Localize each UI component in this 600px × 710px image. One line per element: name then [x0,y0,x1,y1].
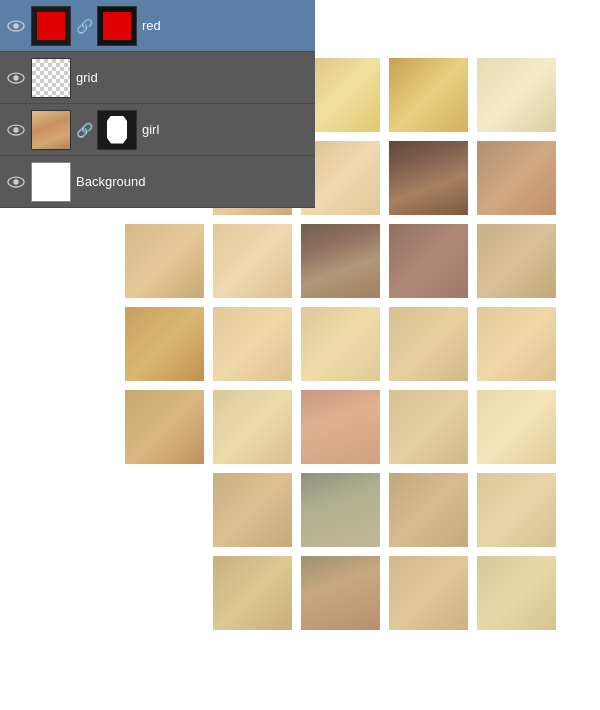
mosaic-cell [122,304,207,384]
link-icon-girl: 🔗 [76,122,92,138]
girl-photo-bg [32,111,70,149]
layers-panel: 🔗 red grid 🔗 girl [0,0,315,208]
mosaic-cell [474,221,559,301]
visibility-icon-girl[interactable] [6,120,26,140]
mosaic-cell [122,221,207,301]
mosaic-cell [386,138,471,218]
svg-point-5 [13,127,18,132]
layer-thumb-girl-photo [31,110,71,150]
mosaic-cell [298,387,383,467]
mosaic-cell [386,387,471,467]
red-mask-color [103,12,131,40]
mosaic-cell [298,221,383,301]
layer-row-girl[interactable]: 🔗 girl [0,104,315,156]
mosaic-cell [298,553,383,633]
mosaic-cell [210,387,295,467]
layer-thumb-grid [31,58,71,98]
layer-mask-red [97,6,137,46]
mosaic-cell [210,304,295,384]
link-icon-red: 🔗 [76,18,92,34]
visibility-icon-background[interactable] [6,172,26,192]
mosaic-cell [298,470,383,550]
layer-row-red[interactable]: 🔗 red [0,0,315,52]
svg-point-1 [13,23,18,28]
mosaic-cell [122,387,207,467]
visibility-icon-grid[interactable] [6,68,26,88]
layer-name-grid: grid [76,70,309,85]
mosaic-cell [474,470,559,550]
mosaic-cell [210,221,295,301]
layer-name-background: Background [76,174,309,189]
mosaic-cell [386,304,471,384]
mosaic-cell [386,553,471,633]
mosaic-cell [386,55,471,135]
layer-name-red: red [142,18,309,33]
girl-mask-shape [107,116,127,144]
mosaic-cell [210,553,295,633]
red-thumbnail-color [37,12,65,40]
mosaic-cell [474,304,559,384]
mosaic-cell [386,470,471,550]
mosaic-cell [474,553,559,633]
svg-point-3 [13,75,18,80]
svg-point-7 [13,179,18,184]
mosaic-cell [474,387,559,467]
mosaic-cell [386,221,471,301]
visibility-icon-red[interactable] [6,16,26,36]
layer-mask-girl [97,110,137,150]
mosaic-cell [474,55,559,135]
mosaic-cell [210,470,295,550]
mosaic-cell [298,304,383,384]
layer-row-grid[interactable]: grid [0,52,315,104]
layer-thumb-background [31,162,71,202]
layer-row-background[interactable]: Background [0,156,315,208]
layer-thumb-red [31,6,71,46]
layer-name-girl: girl [142,122,309,137]
mosaic-cell [474,138,559,218]
